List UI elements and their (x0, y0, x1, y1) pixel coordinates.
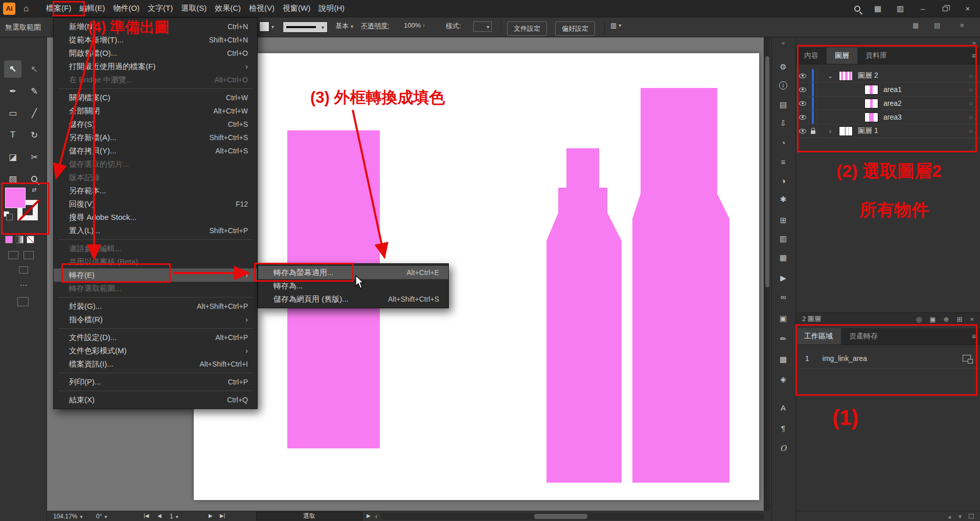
collapse-chevron-icon[interactable]: ⌄ (824, 72, 837, 80)
gradient-tool[interactable]: ▨ (4, 170, 21, 188)
visibility-cell[interactable] (796, 69, 809, 82)
transform-panel-icon[interactable]: ⊞ (772, 216, 794, 225)
pen-tool[interactable]: ✒ (4, 82, 21, 100)
tab-asset-export[interactable]: 資產轉存 (841, 328, 886, 345)
opacity-value-dropdown[interactable]: 100% › (404, 21, 425, 29)
color-button[interactable] (5, 236, 13, 243)
target-circle-icon[interactable]: ○ (969, 127, 973, 135)
horizontal-scrollbar-thumb[interactable] (534, 514, 587, 519)
rotate-tool[interactable]: ↻ (26, 126, 43, 144)
artboard-row[interactable]: 1 img_link_area (796, 348, 980, 369)
style-dropdown[interactable]: ▾ (473, 21, 492, 32)
appearance-panel-icon[interactable]: ✱ (772, 195, 794, 204)
type-tool[interactable]: T (4, 126, 21, 144)
default-fill-stroke-icon[interactable] (4, 211, 9, 217)
fill-swatch[interactable] (5, 188, 26, 208)
menu-item-document-color-mode[interactable]: 文件色彩模式(M)› (54, 344, 257, 357)
tab-artboards[interactable]: 工作區域 (796, 328, 841, 345)
menu-item-new[interactable]: 新增(N)...Ctrl+N (54, 20, 257, 33)
stroke-panel-icon[interactable]: ≡ (772, 157, 794, 166)
next-artboard-icon[interactable]: ▶ (209, 513, 213, 518)
search-icon[interactable] (854, 6, 860, 12)
scroll-up-icon[interactable]: ▴ (948, 513, 951, 520)
artboards-panel-icon[interactable]: ▤ (772, 100, 794, 109)
menu-item-place[interactable]: 置入(L)...Shift+Ctrl+P (54, 224, 257, 237)
menu-object[interactable]: 物件(O) (109, 0, 144, 17)
menu-item-open[interactable]: 開啟舊檔(O)...Ctrl+O (54, 47, 257, 60)
artwork-area2[interactable] (546, 148, 622, 483)
menu-item-close[interactable]: 關閉檔案(C)Ctrl+W (54, 91, 257, 104)
menu-item-exit[interactable]: 結束(X)Ctrl+Q (54, 393, 257, 406)
artboard-nav-dropdown[interactable]: 1 ▾ (170, 513, 178, 520)
edit-toolbar-icon[interactable]: ⋯ (0, 281, 47, 290)
back-icon[interactable]: ‹ (375, 513, 377, 520)
menu-item-save-as[interactable]: 另存新檔(A)...Shift+Ctrl+S (54, 131, 257, 144)
actions-panel-icon[interactable]: ▶ (772, 274, 794, 283)
menu-item-print[interactable]: 列印(P)...Ctrl+P (54, 375, 257, 389)
target-circle-icon[interactable]: ○ (969, 72, 973, 80)
info-panel-icon[interactable]: i (772, 81, 794, 89)
rectangle-tool[interactable]: ▭ (4, 104, 21, 122)
layer-row-layer1[interactable]: › 圖層 1 ○ (796, 124, 980, 138)
grid-icon[interactable]: ▦ (913, 21, 919, 29)
visibility-cell[interactable] (796, 83, 809, 96)
arrange-documents-icon[interactable]: ▥ (895, 4, 905, 13)
object-row-area1[interactable]: area1 ○ (796, 83, 980, 97)
object-name[interactable]: area1 (883, 85, 902, 94)
scissors-tool[interactable]: ✂ (26, 148, 43, 166)
eraser-tool[interactable]: ◪ (4, 148, 21, 166)
expand-dock-icon[interactable]: « (772, 39, 794, 47)
menu-item-open-recent[interactable]: 打開最近使用過的檔案(F)› (54, 60, 257, 73)
tab-layers[interactable]: 圖層 (827, 48, 857, 64)
target-circle-icon[interactable]: ○ (969, 100, 973, 107)
object-name[interactable]: area3 (883, 113, 902, 121)
document-setup-button[interactable]: 文件設定 (507, 21, 547, 36)
swatches-panel-icon[interactable]: ▩ (772, 355, 794, 364)
menu-item-save-as-template[interactable]: 另存範本... (54, 184, 257, 197)
swap-fill-stroke-icon[interactable]: ⇄ (32, 187, 36, 193)
screen-mode-button[interactable] (19, 266, 28, 274)
menu-item-revert[interactable]: 回復(V)F12 (54, 197, 257, 211)
selection-cell[interactable] (809, 97, 817, 110)
last-artboard-icon[interactable]: ▶| (220, 513, 225, 518)
menu-item-search-adobe-stock[interactable]: 搜尋 Adobe Stock... (54, 211, 257, 224)
variable-width-dropdown[interactable]: ▾ (259, 21, 274, 32)
locate-object-icon[interactable]: ◎ (916, 315, 922, 323)
menu-item-export[interactable]: 轉存(E)› (54, 268, 257, 282)
menu-effect[interactable]: 效果(C) (211, 0, 245, 17)
home-icon[interactable]: ⌂ (24, 4, 29, 14)
minimize-button[interactable]: – (918, 4, 928, 13)
brushes-panel-icon[interactable]: ✏ (772, 334, 794, 344)
symbols-panel-icon[interactable]: ◈ (772, 375, 794, 384)
zoom-level-dropdown[interactable]: 104.17% ▾ (53, 513, 82, 520)
prev-artboard-icon[interactable]: ◀ (157, 513, 162, 518)
selection-cell[interactable] (809, 69, 817, 82)
menu-help[interactable]: 說明(H) (314, 0, 349, 17)
panels-icon[interactable]: ▤ (934, 21, 940, 29)
play-icon[interactable]: ▶ (367, 513, 371, 518)
direct-selection-tool[interactable]: ↖ (26, 60, 43, 78)
new-layer-icon[interactable]: ⊞ (957, 315, 963, 323)
artboard-name[interactable]: img_link_area (823, 354, 867, 363)
menu-file[interactable]: 檔案(F) (42, 0, 75, 17)
artboard-icon[interactable] (963, 355, 971, 361)
scroll-down-icon[interactable]: ▾ (959, 513, 962, 520)
menu-item-export-as[interactable]: 轉存為... (258, 279, 448, 292)
menu-item-save[interactable]: 儲存(S)Ctrl+S (54, 118, 257, 131)
close-button[interactable]: × (963, 4, 973, 13)
menu-edit[interactable]: 編輯(E) (75, 0, 109, 17)
artwork-area3[interactable] (632, 88, 730, 483)
menu-item-scripts[interactable]: 指令檔(R)› (54, 313, 257, 326)
zoom-tool[interactable] (26, 170, 43, 188)
first-artboard-icon[interactable]: |◀ (144, 513, 149, 518)
menu-type[interactable]: 文字(T) (144, 0, 177, 17)
visibility-cell[interactable] (796, 110, 809, 124)
rotation-dropdown[interactable]: 0° ▾ (96, 513, 107, 520)
artboard-tools-panel-icon[interactable]: ▣ (772, 314, 794, 323)
object-row-area2[interactable]: area2 ○ (796, 97, 980, 110)
selection-cell[interactable] (809, 83, 817, 96)
menu-item-file-info[interactable]: 檔案資訊(I)...Alt+Shift+Ctrl+I (54, 357, 257, 371)
pathfinder-panel-icon[interactable]: ▦ (772, 253, 794, 262)
vertical-scrollbar-thumb[interactable] (765, 56, 769, 287)
panel-flyout-icon[interactable]: ≡ (972, 332, 976, 341)
